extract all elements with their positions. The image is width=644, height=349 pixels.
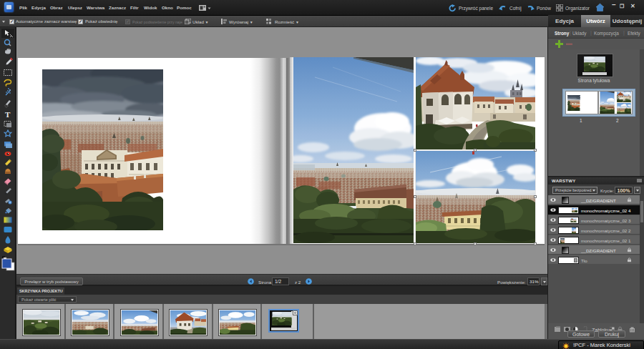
svg-text:T: T (5, 110, 11, 119)
